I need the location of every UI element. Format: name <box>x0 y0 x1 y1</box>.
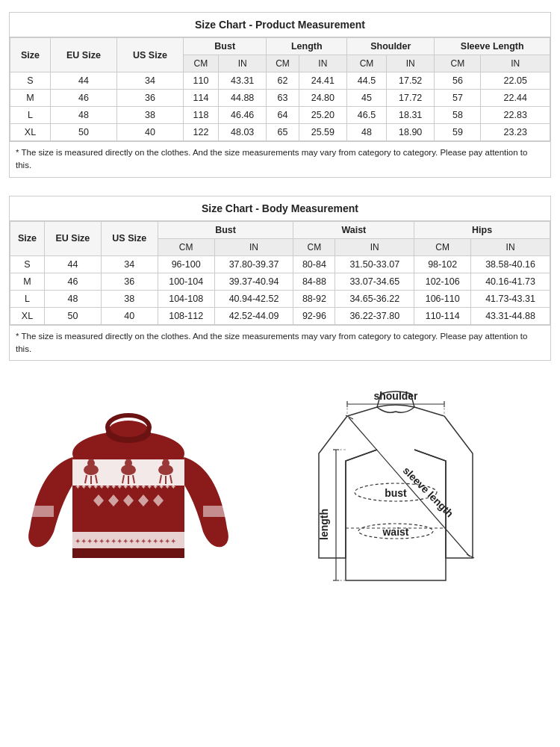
bust-label: bust <box>385 487 407 499</box>
body-measurement-section: Size Chart - Body Measurement Size EU Si… <box>9 196 551 362</box>
product-table: Size EU Size US Size Bust Length Shoulde… <box>10 37 550 141</box>
table-row: XL5040 12248.03 6525.59 4818.90 5923.23 <box>10 124 550 141</box>
len-cm: CM <box>267 55 299 72</box>
body-table-title: Size Chart - Body Measurement <box>10 196 550 221</box>
bbust-cm: CM <box>158 238 214 255</box>
col-eu-size: EU Size <box>50 38 116 72</box>
product-table-note: * The size is measured directly on the c… <box>10 141 550 177</box>
table-row: S4434 96-10037.80-39.37 80-8431.50-33.07… <box>10 255 550 273</box>
table-row: M4636 100-10439.37-40.94 84-8833.07-34.6… <box>10 273 550 290</box>
col-length: Length <box>267 38 347 55</box>
length-label: length <box>318 509 330 540</box>
bcol-hips: Hips <box>414 221 550 238</box>
svg-line-38 <box>347 407 377 416</box>
sho-cm: CM <box>347 55 387 72</box>
bhip-in: IN <box>471 238 550 255</box>
diagram-section: ✦✦✦✦✦✦✦✦✦✦✦✦✦✦✦✦✦ ✦✦✦✦✦✦✦✦✦✦✦✦✦✦✦✦✦ <box>9 379 551 588</box>
col-bust: Bust <box>183 38 266 55</box>
svg-point-7 <box>87 459 95 467</box>
slv-cm: CM <box>435 55 481 72</box>
shoulder-label: shoulder <box>373 390 418 402</box>
product-measurement-section: Size Chart - Product Measurement Size EU… <box>9 12 551 178</box>
svg-point-14 <box>125 459 132 467</box>
bcol-waist: Waist <box>293 221 414 238</box>
bwai-in: IN <box>335 238 414 255</box>
bcol-size: Size <box>10 221 45 255</box>
sweater-illustration: ✦✦✦✦✦✦✦✦✦✦✦✦✦✦✦✦✦ ✦✦✦✦✦✦✦✦✦✦✦✦✦✦✦✦✦ <box>9 379 248 588</box>
waist-label: waist <box>382 526 408 538</box>
table-row: S4434 11043.31 6224.41 44.517.52 5622.05 <box>10 72 550 90</box>
bwai-cm: CM <box>293 238 335 255</box>
svg-rect-37 <box>203 506 227 517</box>
slv-in: IN <box>481 55 550 72</box>
svg-text:✦✦✦✦✦✦✦✦✦✦✦✦✦✦✦✦✦: ✦✦✦✦✦✦✦✦✦✦✦✦✦✦✦✦✦ <box>75 537 176 545</box>
bcol-eu-size: EU Size <box>44 221 101 255</box>
sho-in: IN <box>386 55 434 72</box>
bcol-us-size: US Size <box>101 221 158 255</box>
page-wrapper: Size Chart - Product Measurement Size EU… <box>0 0 560 600</box>
col-us-size: US Size <box>116 38 183 72</box>
sleeve-length-label: sleeve length <box>401 464 456 519</box>
bust-in: IN <box>218 55 266 72</box>
svg-line-39 <box>414 407 444 416</box>
table-row: XL5040 108-11242.52-44.09 92-9636.22-37.… <box>10 307 550 324</box>
table-row: M4636 11444.88 6324.80 4517.72 5722.44 <box>10 90 550 107</box>
svg-rect-36 <box>30 506 54 517</box>
svg-text:✦✦✦✦✦✦✦✦✦✦✦✦✦✦✦✦✦: ✦✦✦✦✦✦✦✦✦✦✦✦✦✦✦✦✦ <box>75 483 176 491</box>
bust-cm: CM <box>183 55 218 72</box>
body-table-note: * The size is measured directly on the c… <box>10 325 550 361</box>
len-in: IN <box>299 55 346 72</box>
bhip-cm: CM <box>414 238 471 255</box>
bbust-in: IN <box>214 238 293 255</box>
table-row: L4838 104-10840.94-42.52 88-9234.65-36.2… <box>10 290 550 307</box>
svg-point-21 <box>162 459 169 467</box>
col-size: Size <box>10 38 51 72</box>
svg-rect-35 <box>72 548 184 558</box>
col-shoulder: Shoulder <box>347 38 435 55</box>
product-table-title: Size Chart - Product Measurement <box>10 13 550 37</box>
table-row: L4838 11846.46 6425.20 46.518.31 5822.83 <box>10 107 550 124</box>
body-table: Size EU Size US Size Bust Waist Hips CM … <box>10 221 550 325</box>
garment-diagram: shoulder length bust waist <box>255 379 551 588</box>
col-sleeve: Sleeve Length <box>435 38 550 55</box>
bcol-bust: Bust <box>158 221 293 238</box>
